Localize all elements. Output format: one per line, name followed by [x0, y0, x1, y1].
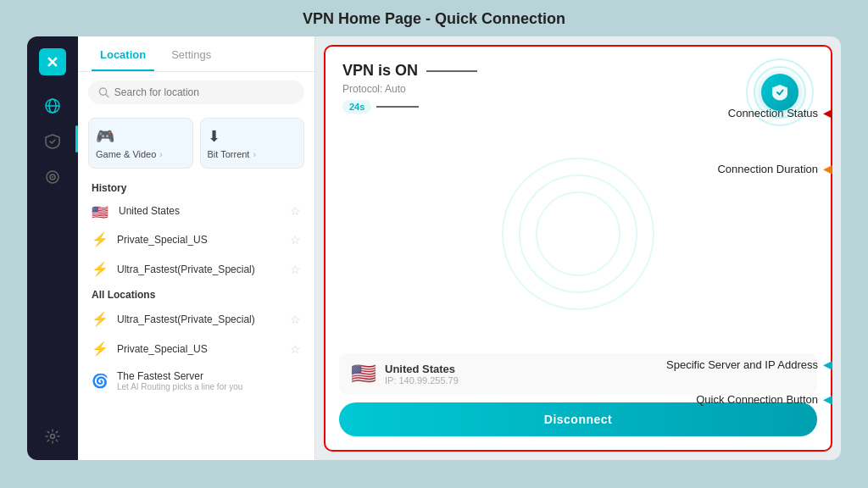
server-flag: 🇺🇸: [351, 362, 376, 385]
server-country: United States: [385, 363, 459, 375]
vpn-duration-badge: 24s: [342, 100, 371, 114]
svg-point-7: [52, 176, 53, 178]
page-title: VPN Home Page - Quick Connection: [303, 10, 565, 28]
vpn-bottom-section: 🇺🇸 United States IP: 140.99.255.79 Disco…: [326, 353, 831, 450]
big-ripple-container: [502, 158, 654, 310]
list-item[interactable]: ⚡ Ultra_Fastest(Private_Special) ☆: [78, 254, 314, 284]
location-name: United States: [119, 205, 281, 217]
svg-text:✕: ✕: [46, 54, 58, 71]
vpn-duration-row: 24s: [342, 100, 419, 114]
private-icon: ⚡: [92, 341, 108, 357]
shield-icon: [771, 83, 789, 102]
special-icon: ⚡: [92, 231, 108, 247]
star-icon[interactable]: ☆: [290, 233, 301, 247]
list-item[interactable]: ⚡ Private_Special_US ☆: [78, 334, 314, 363]
star-icon[interactable]: ☆: [290, 263, 301, 276]
search-box: [88, 80, 304, 104]
tab-location[interactable]: Location: [92, 36, 154, 71]
server-ip: IP: 140.99.255.79: [385, 375, 459, 385]
search-icon: [98, 86, 109, 98]
torrent-label: Bit Torrent: [208, 149, 250, 159]
app-panel: Location Settings 🎮 Game & Video › ⬇ Bit: [78, 36, 315, 460]
server-details: United States IP: 140.99.255.79: [385, 363, 459, 385]
game-video-icon: 🎮: [96, 127, 114, 146]
vpn-status-row: VPN is ON: [342, 62, 477, 80]
star-icon[interactable]: ☆: [290, 204, 301, 218]
list-item[interactable]: ⚡ Private_Special_US ☆: [78, 225, 314, 254]
location-name: Ultra_Fastest(Private_Special): [117, 313, 281, 325]
svg-point-8: [51, 435, 55, 439]
game-video-arrow: ›: [159, 150, 162, 159]
all-locations-section-label: All Locations: [78, 284, 314, 304]
tab-bar: Location Settings: [78, 36, 314, 72]
game-video-label: Game & Video: [96, 149, 156, 159]
quick-btn-torrent[interactable]: ⬇ Bit Torrent ›: [200, 118, 305, 169]
quick-access-buttons: 🎮 Game & Video › ⬇ Bit Torrent ›: [78, 113, 314, 177]
tab-settings[interactable]: Settings: [163, 36, 220, 71]
ultra-icon: ⚡: [92, 311, 108, 327]
duration-arrow-line: [376, 106, 419, 108]
list-item[interactable]: 🇺🇸 United States ☆: [78, 197, 314, 225]
history-section-label: History: [78, 177, 314, 197]
main-layout: ✕: [27, 36, 841, 460]
list-item[interactable]: ⚡ Ultra_Fastest(Private_Special) ☆: [78, 304, 314, 334]
ai-routing-icon: 🌀: [92, 373, 108, 389]
location-list: History 🇺🇸 United States ☆ ⚡ Private_Spe…: [78, 177, 314, 460]
location-name: Private_Special_US: [117, 343, 281, 355]
sidebar-active-indicator: [75, 125, 78, 152]
quick-btn-game-video[interactable]: 🎮 Game & Video ›: [88, 118, 193, 169]
location-name: Ultra_Fastest(Private_Special): [117, 263, 281, 275]
shield-button[interactable]: [761, 74, 798, 111]
list-item[interactable]: 🌀 The Fastest Server Let AI Routing pick…: [78, 363, 314, 398]
location-name: Private_Special_US: [117, 234, 281, 246]
vpn-middle-section: [326, 114, 831, 353]
search-input[interactable]: [114, 86, 294, 98]
special-icon: ⚡: [92, 261, 108, 277]
sidebar-globe-icon[interactable]: [39, 92, 66, 119]
star-icon[interactable]: ☆: [290, 342, 301, 356]
location-sub: Let AI Routing picks a line for you: [117, 382, 301, 391]
vpn-panel: VPN is ON Protocol: Auto 24s: [324, 45, 832, 452]
torrent-icon: ⬇: [208, 127, 220, 146]
vpn-status-text: VPN is ON: [342, 62, 418, 80]
location-name: The Fastest Server: [117, 370, 301, 382]
star-icon[interactable]: ☆: [290, 313, 301, 326]
vpn-top-section: VPN is ON Protocol: Auto 24s: [326, 47, 831, 114]
svg-line-10: [106, 94, 108, 97]
torrent-arrow: ›: [253, 150, 255, 159]
disconnect-button[interactable]: Disconnect: [339, 402, 817, 436]
status-arrow-line: [426, 70, 477, 72]
vpn-protocol: Protocol: Auto: [342, 83, 406, 95]
sidebar-settings-icon[interactable]: [39, 423, 66, 450]
big-ripple-inner: [536, 191, 620, 276]
sidebar: ✕: [27, 36, 78, 460]
server-info: 🇺🇸 United States IP: 140.99.255.79: [339, 353, 817, 394]
sidebar-shield-icon[interactable]: [39, 128, 66, 155]
sidebar-target-icon[interactable]: [39, 164, 66, 191]
logo: ✕: [37, 47, 68, 77]
us-flag: 🇺🇸: [92, 204, 110, 218]
